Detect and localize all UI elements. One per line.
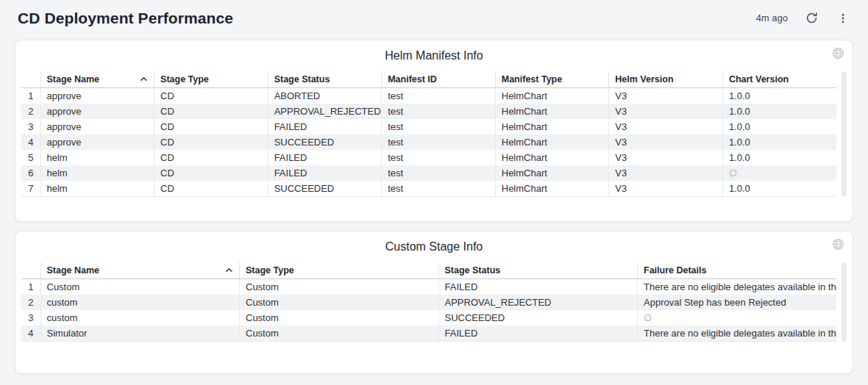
table-row[interactable]: 6helmCDFAILEDtestHelmChartV3∅ [21,165,836,181]
column-header-stage-type[interactable]: Stage Type [154,71,268,87]
column-header-helm-version[interactable]: Helm Version [609,71,723,87]
cell-stage-name: helm [40,150,154,165]
cell-stage-status: FAILED [268,150,382,165]
table-row[interactable]: 1approveCDABORTEDtestHelmChartV31.0.0 [21,87,836,104]
cell-failure-details: There are no eligible delegates availabl… [638,278,837,295]
cell-manifest-id: test [382,104,496,119]
column-header-manifest-id[interactable]: Manifest ID [382,71,496,87]
cell-stage-name: Simulator [40,325,240,342]
sort-ascending-icon [225,267,233,273]
table-row[interactable]: 3approveCDFAILEDtestHelmChartV31.0.0 [21,119,836,134]
cell-chart-version: 1.0.0 [722,134,836,150]
cell-manifest-type: HelmChart [495,181,609,197]
table-scrollbar[interactable] [842,262,847,342]
cell-manifest-id: test [382,134,496,150]
cell-stage-type: Custom [240,310,439,325]
column-header-stage-status[interactable]: Stage Status [438,262,638,278]
cell-stage-type: CD [154,134,268,150]
cell-stage-status: SUCCEEDED [438,310,638,325]
cell-chart-version: 1.0.0 [722,119,836,134]
cell-stage-type: Custom [240,278,439,295]
cell-helm-version: V3 [609,119,723,134]
row-index: 2 [21,104,40,119]
row-index: 5 [21,150,40,165]
custom-stage-table: Stage NameStage TypeStage StatusFailure … [21,262,836,342]
table-row[interactable]: 1CustomCustomFAILEDThere are no eligible… [21,278,836,295]
cell-manifest-type: HelmChart [495,165,609,181]
cell-manifest-type: HelmChart [495,87,609,104]
table-container: Stage NameStage TypeStage StatusFailure … [21,262,847,342]
cell-helm-version: V3 [609,181,723,197]
column-header-chart-version[interactable]: Chart Version [722,71,836,87]
table-row[interactable]: 4SimulatorCustomFAILEDThere are no eligi… [21,325,836,342]
dashboard: CD Deployment Performance 4m ago [0,0,868,374]
column-label: Manifest Type [502,74,562,84]
cell-stage-status: FAILED [268,165,382,181]
column-label: Stage Status [274,74,330,84]
row-index: 6 [21,165,40,181]
panel-menu-button[interactable] [836,11,850,26]
cell-stage-name: Custom [40,278,240,295]
row-index: 2 [21,295,40,310]
cell-stage-status: ABORTED [268,87,382,104]
row-index-header [21,262,40,278]
cell-manifest-type: HelmChart [495,119,609,134]
cell-stage-status: SUCCEEDED [268,181,382,197]
table-row[interactable]: 3customCustomSUCCEEDED∅ [21,310,836,325]
refresh-button[interactable] [804,10,819,26]
cell-failure-details: Approval Step has been Rejected [638,295,837,310]
dashboard-header: CD Deployment Performance 4m ago [0,0,868,37]
cell-stage-status: FAILED [268,119,382,134]
table-row[interactable]: 7helmCDSUCCEEDEDtestHelmChartV31.0.0 [21,181,836,197]
panel-custom-stage-info: Custom Stage Info Stage NameStage TypeSt… [15,231,853,374]
column-header-manifest-type[interactable]: Manifest Type [495,71,609,87]
column-label: Stage Type [160,74,209,84]
cell-manifest-id: test [382,87,496,104]
helm-manifest-table: Stage NameStage TypeStage StatusManifest… [21,71,836,197]
column-header-failure-details[interactable]: Failure Details [638,262,837,278]
globe-icon [832,242,844,253]
row-index: 7 [21,181,40,197]
cell-stage-type: CD [154,119,268,134]
column-label: Helm Version [615,74,673,84]
table-row[interactable]: 5helmCDFAILEDtestHelmChartV31.0.0 [21,150,836,165]
row-index: 3 [21,310,40,325]
cell-helm-version: V3 [609,165,723,181]
cell-stage-name: approve [40,87,154,104]
row-index-header [21,71,40,87]
globe-icon [832,51,844,62]
cell-helm-version: V3 [609,104,723,119]
cell-helm-version: V3 [609,150,723,165]
cell-stage-name: approve [40,104,154,119]
column-label: Stage Status [445,265,501,276]
column-header-stage-name[interactable]: Stage Name [40,262,240,278]
table-scrollbar[interactable] [842,71,847,197]
header-actions: 4m ago [756,10,850,26]
panel-links-button[interactable] [832,47,844,60]
column-header-stage-name[interactable]: Stage Name [40,71,154,87]
table-row[interactable]: 4approveCDSUCCEEDEDtestHelmChartV31.0.0 [21,134,836,150]
panel-links-button[interactable] [832,238,844,251]
row-index: 4 [21,134,40,150]
cell-stage-status: FAILED [438,278,638,295]
table-row[interactable]: 2approveCDAPPROVAL_REJECTEDtestHelmChart… [21,104,836,119]
column-header-stage-type[interactable]: Stage Type [240,262,439,278]
panel-title: Helm Manifest Info [15,40,853,71]
cell-stage-type: CD [154,165,268,181]
cell-manifest-type: HelmChart [495,104,609,119]
cell-stage-status: APPROVAL_REJECTED [438,295,638,310]
column-header-stage-status[interactable]: Stage Status [268,71,382,87]
cell-manifest-id: test [382,181,496,197]
cell-helm-version: V3 [609,87,723,104]
last-refreshed-label: 4m ago [756,12,788,24]
cell-stage-name: approve [40,134,154,150]
cell-stage-type: CD [154,181,268,197]
column-label: Manifest ID [388,74,437,84]
cell-failure-details: There are no eligible delegates availabl… [638,325,837,342]
cell-stage-type: Custom [240,295,439,310]
cell-stage-status: SUCCEEDED [268,134,382,150]
cell-chart-version: ∅ [722,165,836,181]
table-header-row: Stage NameStage TypeStage StatusManifest… [21,71,836,87]
cell-stage-name: approve [40,119,154,134]
table-row[interactable]: 2customCustomAPPROVAL_REJECTEDApproval S… [21,295,836,310]
